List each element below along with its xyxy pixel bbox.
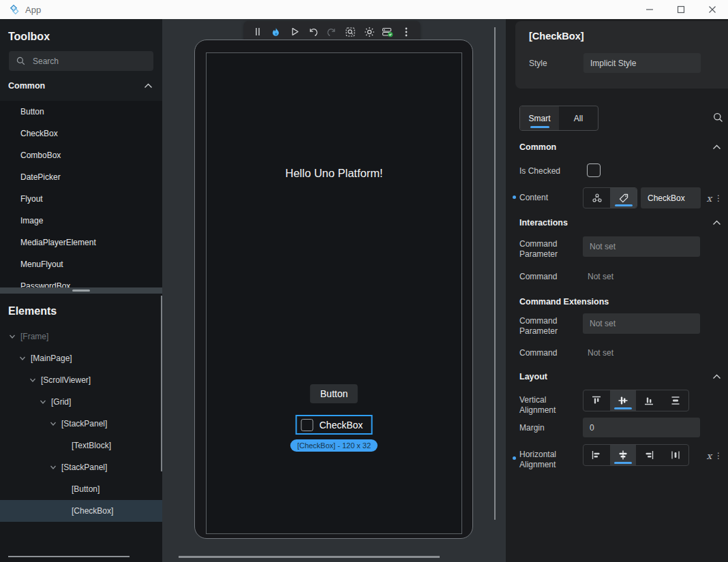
tree-item-mainpage[interactable]: [MainPage]	[0, 347, 162, 369]
content-mode-toggle	[583, 187, 637, 208]
tree-item-scrollviewer[interactable]: [ScrollViewer]	[0, 369, 162, 391]
toolbox-item-image[interactable]: Image	[0, 210, 162, 232]
drag-handle-icon[interactable]	[250, 24, 264, 40]
active-align-indicator	[614, 407, 632, 409]
ext-command-parameter-field[interactable]: Not set	[583, 313, 700, 334]
chevron-up-icon	[712, 144, 721, 150]
canvas-checkbox-selected[interactable]: CheckBox	[296, 415, 373, 435]
align-stretch-horizontal-icon	[670, 450, 681, 460]
tree-item-button[interactable]: [Button]	[0, 478, 162, 500]
section-layout-header[interactable]: Layout	[519, 372, 724, 381]
device-frame: Hello Uno Platform! Button CheckBox [Che…	[194, 40, 473, 539]
align-center-horizontal-button[interactable]	[610, 445, 637, 465]
tree-item-textblock[interactable]: [TextBlock]	[0, 435, 162, 456]
content-value-field[interactable]: CheckBox	[641, 187, 701, 208]
command-parameter-row: Command Parameter Not set	[519, 236, 724, 260]
tab-all[interactable]: All	[559, 106, 598, 130]
toolbox-item-datepicker[interactable]: DatePicker	[0, 166, 162, 188]
xbind-marker[interactable]: x	[706, 450, 712, 461]
content-label: Content	[519, 187, 583, 203]
toolbox-item-passwordbox[interactable]: PasswordBox	[0, 275, 162, 287]
row-options-kebab-icon[interactable]: ⋮	[714, 193, 723, 203]
section-interactions-header[interactable]: Interactions	[519, 218, 724, 228]
toolbox-item-button[interactable]: Button	[0, 101, 162, 123]
elements-panel: Elements [Frame] [MainPage] [ScrollViewe…	[0, 294, 162, 562]
properties-search-icon[interactable]	[712, 112, 724, 123]
redo-icon[interactable]	[324, 24, 339, 40]
properties-header-card: [CheckBox] Style Implicit Style	[515, 21, 728, 89]
toolbox-item-menuflyout[interactable]: MenuFlyout	[0, 253, 162, 275]
is-checked-label: Is Checked	[519, 163, 583, 176]
active-align-indicator	[614, 462, 632, 464]
more-options-icon[interactable]	[399, 24, 414, 40]
align-right-button[interactable]	[636, 445, 663, 465]
align-bottom-icon	[643, 395, 654, 406]
close-button[interactable]	[697, 0, 728, 19]
hello-textblock[interactable]: Hello Uno Platform!	[207, 167, 461, 180]
tree-item-checkbox-selected[interactable]: [CheckBox]	[0, 500, 162, 522]
align-stretch-vertical-icon	[670, 395, 681, 406]
modified-dot-icon	[513, 196, 516, 199]
maximize-button[interactable]	[665, 0, 697, 19]
tab-smart[interactable]: Smart	[520, 106, 559, 130]
align-left-button[interactable]	[583, 445, 610, 465]
align-top-button[interactable]	[583, 390, 610, 411]
toolbox-item-combobox[interactable]: ComboBox	[0, 144, 162, 166]
elements-horizontal-scrollbar[interactable]	[8, 556, 130, 557]
section-common-header[interactable]: Common	[519, 142, 724, 152]
canvas-button[interactable]: Button	[310, 384, 358, 403]
binding-icon	[592, 193, 603, 204]
xbind-marker[interactable]: x	[706, 193, 712, 204]
ext-command-value[interactable]: Not set	[588, 345, 613, 358]
is-checked-checkbox[interactable]	[587, 163, 601, 177]
undo-icon[interactable]	[306, 24, 320, 40]
panel-splitter[interactable]	[0, 287, 162, 294]
toolbox-search[interactable]	[9, 51, 153, 71]
align-bottom-button[interactable]	[636, 390, 663, 411]
canvas-vertical-scrollbar[interactable]	[494, 27, 496, 520]
checkbox-glyph-icon[interactable]	[301, 419, 314, 431]
style-value-field[interactable]: Implicit Style	[583, 53, 701, 73]
binding-mode-button[interactable]	[583, 188, 610, 208]
chevron-down-icon	[18, 354, 27, 362]
minimize-button[interactable]	[634, 0, 665, 19]
connection-status-icon[interactable]	[380, 24, 395, 40]
active-tab-indicator	[530, 126, 549, 128]
align-stretch-vertical-button[interactable]	[663, 390, 689, 411]
margin-row: Margin 0	[519, 418, 724, 437]
row-options-kebab-icon[interactable]: ⋮	[714, 451, 723, 460]
command-value[interactable]: Not set	[588, 269, 613, 281]
literal-value-button[interactable]	[610, 188, 637, 208]
horizontal-alignment-label: Horizontal Alignment	[519, 444, 583, 470]
play-icon[interactable]	[288, 24, 302, 40]
align-center-vertical-button[interactable]	[610, 390, 637, 411]
command-parameter-field[interactable]: Not set	[583, 236, 700, 257]
toolbox-search-input[interactable]	[33, 57, 147, 66]
canvas-checkbox-label: CheckBox	[320, 420, 363, 431]
canvas-horizontal-scrollbar[interactable]	[179, 556, 440, 558]
align-center-horizontal-icon	[618, 450, 628, 460]
window-titlebar: App	[0, 0, 728, 19]
align-stretch-horizontal-button[interactable]	[663, 445, 689, 465]
toolbox-item-mediaplayerelement[interactable]: MediaPlayerElement	[0, 232, 162, 253]
inspect-element-icon[interactable]	[344, 24, 358, 40]
device-screen[interactable]: Hello Uno Platform! Button CheckBox [Che…	[206, 52, 462, 534]
tree-item-stackpanel-1[interactable]: [StackPanel]	[0, 413, 162, 435]
chevron-up-icon	[712, 374, 721, 379]
tree-item-stackpanel-2[interactable]: [StackPanel]	[0, 456, 162, 478]
design-canvas[interactable]: Hello Uno Platform! Button CheckBox [Che…	[162, 19, 506, 562]
theme-toggle-sun-icon[interactable]	[362, 24, 376, 40]
tree-item-grid[interactable]: [Grid]	[0, 391, 162, 413]
chevron-up-icon	[712, 220, 721, 225]
toolbox-section-common[interactable]: Common	[0, 71, 162, 101]
window-title: App	[25, 5, 41, 15]
tree-item-frame[interactable]: [Frame]	[0, 326, 162, 347]
toolbox-item-checkbox[interactable]: CheckBox	[0, 123, 162, 144]
chevron-down-icon	[49, 463, 57, 471]
margin-value-field[interactable]: 0	[583, 418, 700, 437]
toolbox-item-flyout[interactable]: Flyout	[0, 188, 162, 210]
align-top-icon	[591, 395, 602, 406]
hot-reload-flame-icon[interactable]	[269, 24, 283, 40]
left-sidebar: Toolbox Common Button CheckBox ComboBox …	[0, 19, 162, 562]
selected-element-title: [CheckBox]	[529, 31, 714, 42]
